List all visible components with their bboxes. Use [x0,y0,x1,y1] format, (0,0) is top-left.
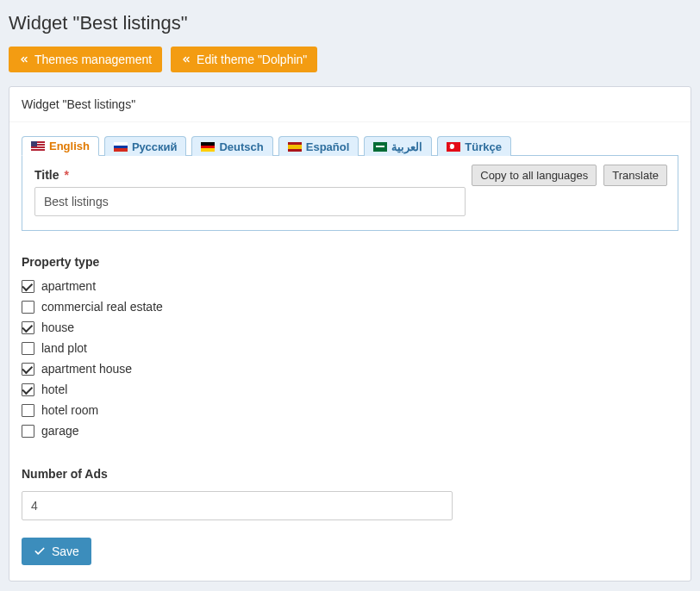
language-tabs: EnglishРусскийDeutschEspañolالعربيةTürkç… [22,136,678,156]
property-type-item[interactable]: garage [22,424,678,438]
property-type-item-label: apartment [41,279,96,293]
property-type-item-label: house [41,320,74,334]
property-type-item[interactable]: apartment house [22,362,678,376]
property-type-item-label: land plot [41,341,87,355]
panel: Widget "Best listings" EnglishРусскийDeu… [9,86,691,582]
check-icon [34,545,46,557]
edit-theme-label: Edit theme "Dolphin" [197,53,307,66]
tab-panel-english: Copy to all languages Translate Title * [22,156,678,231]
checkbox[interactable] [22,342,34,355]
property-type-item-label: hotel [41,383,67,396]
translate-button[interactable]: Translate [603,165,667,186]
property-type-item[interactable]: apartment [22,279,678,293]
checkbox[interactable] [22,280,34,293]
flag-ru-icon [114,142,128,152]
tab-ar[interactable]: العربية [364,136,432,156]
tab-label: Español [306,140,350,153]
checkbox[interactable] [22,425,34,438]
save-button[interactable]: Save [22,538,91,565]
property-type-item[interactable]: commercial real estate [22,300,678,314]
copy-to-all-languages-button[interactable]: Copy to all languages [472,165,597,186]
checkbox[interactable] [22,321,34,334]
chevron-left-double-icon [181,54,191,65]
flag-tr-icon [447,142,460,152]
property-type-item[interactable]: hotel room [22,403,678,417]
flag-es-icon [288,142,302,152]
top-buttons: Themes management Edit theme "Dolphin" [9,47,691,72]
tab-label: English [49,140,90,152]
tab-label: Deutsch [219,140,263,153]
flag-ar-icon [373,142,387,152]
tab-tr[interactable]: Türkçe [437,136,511,156]
checkbox[interactable] [22,404,34,417]
flag-us-icon [31,141,45,151]
property-type-item-label: hotel room [41,403,98,417]
number-of-ads-input[interactable] [22,491,453,520]
save-button-label: Save [52,544,79,558]
checkbox[interactable] [22,363,34,376]
required-mark: * [64,168,68,182]
flag-de-icon [201,142,215,152]
chevron-left-double-icon [19,54,29,65]
property-type-item[interactable]: hotel [22,383,678,396]
property-type-list: apartmentcommercial real estatehouseland… [22,279,678,438]
property-type-item[interactable]: house [22,320,678,334]
checkbox[interactable] [22,301,34,314]
tab-ru[interactable]: Русский [104,136,187,156]
tab-label: Türkçe [465,140,502,153]
tab-label: Русский [132,140,178,153]
title-label-text: Title [34,168,59,182]
panel-header: Widget "Best listings" [9,87,691,122]
tab-de[interactable]: Deutsch [191,136,272,156]
property-type-label: Property type [22,255,678,269]
edit-theme-button[interactable]: Edit theme "Dolphin" [171,47,317,72]
number-of-ads-label: Number of Ads [22,467,678,481]
tab-es[interactable]: Español [278,136,359,156]
tab-label: العربية [391,140,422,153]
property-type-item[interactable]: land plot [22,341,678,355]
themes-management-label: Themes management [34,53,152,66]
themes-management-button[interactable]: Themes management [9,47,162,72]
tab-us[interactable]: English [22,136,99,156]
checkbox[interactable] [22,383,34,396]
property-type-item-label: garage [41,424,79,438]
property-type-item-label: commercial real estate [41,300,163,314]
panel-body: EnglishРусскийDeutschEspañolالعربيةTürkç… [9,122,691,581]
title-input[interactable] [34,187,466,216]
page-title: Widget "Best listings" [9,12,691,34]
property-type-item-label: apartment house [41,362,132,376]
